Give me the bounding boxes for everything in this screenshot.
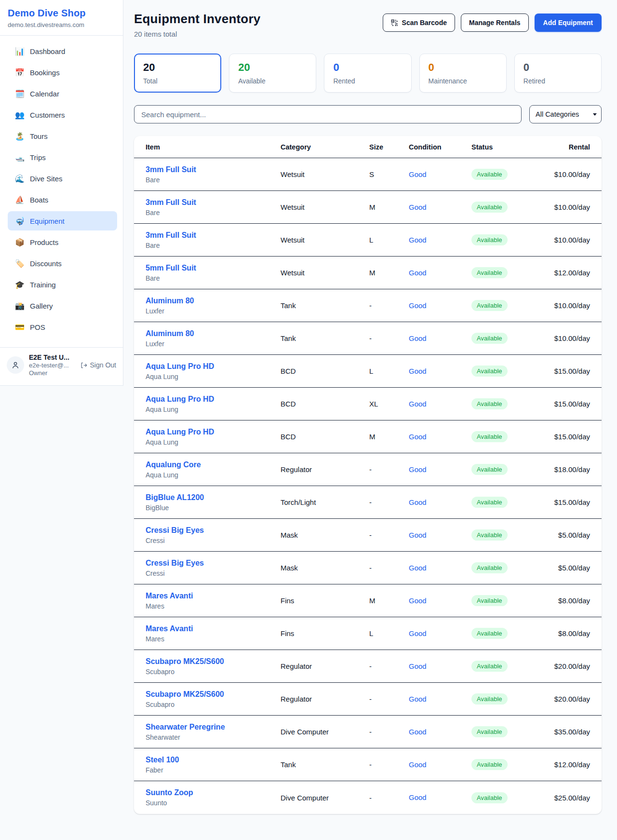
sidebar-item-trips[interactable]: 🛥️ Trips	[8, 148, 117, 167]
stat-card-maintenance[interactable]: 0 Maintenance	[419, 54, 507, 93]
condition-cell: Good	[409, 400, 471, 408]
manage-rentals-button[interactable]: Manage Rentals	[461, 14, 529, 32]
condition-link[interactable]: Good	[409, 203, 427, 211]
status-badge: Available	[471, 431, 508, 442]
sidebar-item-tours[interactable]: 🏝️ Tours	[8, 126, 117, 146]
item-name-link[interactable]: 3mm Full Suit	[146, 198, 196, 207]
item-name-link[interactable]: BigBlue AL1200	[146, 493, 204, 502]
condition-link[interactable]: Good	[409, 269, 427, 277]
condition-link[interactable]: Good	[409, 793, 427, 801]
sidebar-item-dashboard[interactable]: 📊 Dashboard	[8, 41, 117, 61]
status-cell: Available	[471, 726, 544, 737]
condition-cell: Good	[409, 170, 471, 179]
item-name-link[interactable]: 5mm Full Suit	[146, 264, 196, 272]
item-name-link[interactable]: Steel 100	[146, 756, 179, 764]
sidebar-item-calendar[interactable]: 🗓️ Calendar	[8, 84, 117, 103]
item-name-link[interactable]: Mares Avanti	[146, 624, 193, 633]
table-row: Aqua Lung Pro HD Aqua Lung BCD L Good Av…	[134, 355, 602, 388]
sidebar-item-discounts[interactable]: 🏷️ Discounts	[8, 254, 117, 273]
sidebar-item-bookings[interactable]: 📅 Bookings	[8, 63, 117, 82]
item-name-link[interactable]: Aqua Lung Pro HD	[146, 428, 214, 436]
sidebar-item-products[interactable]: 📦 Products	[8, 232, 117, 252]
sidebar-item-gallery[interactable]: 📸 Gallery	[8, 296, 117, 315]
status-cell: Available	[471, 562, 544, 573]
item-name-link[interactable]: Aqua Lung Pro HD	[146, 395, 214, 404]
item-name-link[interactable]: 3mm Full Suit	[146, 165, 196, 174]
item-name-link[interactable]: Shearwater Peregrine	[146, 723, 225, 732]
stat-card-available[interactable]: 20 Available	[229, 54, 316, 93]
user-section: E2E Test U... e2e-tester@... Owner Sign …	[0, 347, 123, 380]
sidebar-item-equipment[interactable]: 🤿 Equipment	[8, 211, 117, 230]
sidebar-item-boats[interactable]: ⛵ Boats	[8, 190, 117, 209]
sidebar-item-label: Dashboard	[30, 47, 65, 55]
condition-link[interactable]: Good	[409, 564, 427, 572]
condition-link[interactable]: Good	[409, 596, 427, 605]
size-cell: M	[369, 269, 409, 277]
item-cell: Mares Avanti Mares	[146, 624, 281, 643]
condition-cell: Good	[409, 269, 471, 277]
condition-link[interactable]: Good	[409, 629, 427, 637]
item-brand: Scubapro	[146, 668, 281, 676]
condition-link[interactable]: Good	[409, 531, 427, 539]
category-cell: BCD	[281, 400, 369, 408]
condition-link[interactable]: Good	[409, 695, 427, 703]
size-cell: S	[369, 170, 409, 178]
item-name-link[interactable]: Suunto Zoop	[146, 788, 193, 797]
condition-link[interactable]: Good	[409, 728, 427, 736]
diving-mask-icon: 🤿	[14, 217, 25, 226]
rental-cell: $15.00/day	[544, 367, 590, 375]
item-cell: 3mm Full Suit Bare	[146, 198, 281, 217]
item-name-link[interactable]: 3mm Full Suit	[146, 231, 196, 240]
status-cell: Available	[471, 431, 544, 442]
item-name-link[interactable]: Aluminum 80	[146, 329, 194, 338]
stat-card-rented[interactable]: 0 Rented	[324, 54, 411, 93]
item-name-link[interactable]: Cressi Big Eyes	[146, 559, 204, 568]
add-equipment-button[interactable]: Add Equipment	[535, 14, 602, 32]
condition-link[interactable]: Good	[409, 334, 427, 342]
item-brand: Mares	[146, 602, 281, 610]
brand-name[interactable]: Demo Dive Shop	[8, 8, 115, 19]
category-cell: Mask	[281, 531, 369, 539]
stat-card-total[interactable]: 20 Total	[134, 54, 221, 93]
item-name-link[interactable]: Cressi Big Eyes	[146, 526, 204, 535]
item-name-link[interactable]: Aqualung Core	[146, 461, 201, 469]
condition-link[interactable]: Good	[409, 760, 427, 769]
sidebar-item-dive-sites[interactable]: 🌊 Dive Sites	[8, 169, 117, 188]
condition-link[interactable]: Good	[409, 465, 427, 474]
item-name-link[interactable]: Scubapro MK25/S600	[146, 690, 224, 699]
item-name-link[interactable]: Aqua Lung Pro HD	[146, 362, 214, 371]
tag-icon: 🏷️	[14, 259, 25, 268]
avatar	[7, 356, 24, 374]
sidebar-item-training[interactable]: 🎓 Training	[8, 275, 117, 294]
condition-link[interactable]: Good	[409, 498, 427, 506]
condition-link[interactable]: Good	[409, 433, 427, 441]
category-cell: Regulator	[281, 695, 369, 703]
status-badge: Available	[471, 398, 508, 409]
stat-value: 0	[333, 61, 402, 74]
item-brand: Aqua Lung	[146, 471, 281, 479]
island-icon: 🏝️	[14, 132, 25, 141]
condition-link[interactable]: Good	[409, 301, 427, 310]
item-name-link[interactable]: Scubapro MK25/S600	[146, 657, 224, 666]
search-input[interactable]	[134, 105, 522, 123]
condition-link[interactable]: Good	[409, 662, 427, 670]
sidebar-item-customers[interactable]: 👥 Customers	[8, 105, 117, 124]
condition-link[interactable]: Good	[409, 367, 427, 375]
item-cell: Aqualung Core Aqua Lung	[146, 461, 281, 479]
header-actions: Scan Barcode Manage Rentals Add Equipmen…	[383, 14, 602, 32]
item-name-link[interactable]: Mares Avanti	[146, 592, 193, 600]
scan-barcode-button[interactable]: Scan Barcode	[383, 14, 455, 32]
table-row: Shearwater Peregrine Shearwater Dive Com…	[134, 716, 602, 748]
stat-card-retired[interactable]: 0 Retired	[514, 54, 602, 93]
item-name-link[interactable]: Aluminum 80	[146, 297, 194, 305]
condition-cell: Good	[409, 465, 471, 474]
condition-link[interactable]: Good	[409, 236, 427, 244]
status-cell: Available	[471, 267, 544, 278]
category-select[interactable]: All Categories	[529, 105, 602, 123]
item-cell: Suunto Zoop Suunto	[146, 788, 281, 807]
condition-link[interactable]: Good	[409, 170, 427, 178]
condition-link[interactable]: Good	[409, 400, 427, 408]
sign-out-button[interactable]: Sign Out	[80, 361, 116, 369]
sidebar-item-pos[interactable]: 💳 POS	[8, 317, 117, 337]
item-cell: Scubapro MK25/S600 Scubapro	[146, 690, 281, 708]
